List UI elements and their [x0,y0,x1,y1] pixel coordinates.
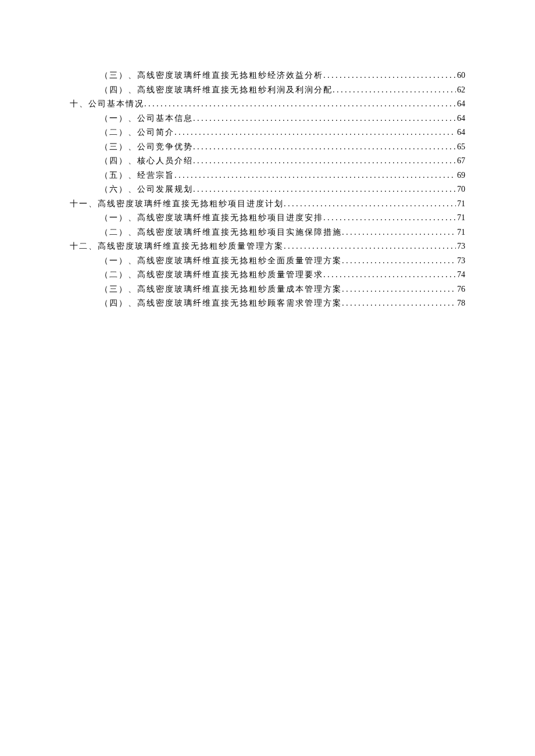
toc-entry: （四）、高线密度玻璃纤维直接无捻粗纱顾客需求管理方案 78 [70,296,465,311]
toc-entry: （三）、公司竞争优势 65 [70,140,465,155]
toc-leader [342,225,456,240]
toc-entry: （二）、高线密度玻璃纤维直接无捻粗纱质量管理要求 74 [70,268,465,282]
toc-title: （三）、高线密度玻璃纤维直接无捻粗纱经济效益分析 [100,69,323,83]
toc-leader [333,83,456,98]
toc-leader [193,112,456,126]
toc-page: 69 [456,169,465,183]
toc-page: 70 [456,182,465,197]
toc-title: （二）、高线密度玻璃纤维直接无捻粗纱质量管理要求 [100,268,323,282]
toc-leader [342,282,456,297]
toc-entry: 十二、高线密度玻璃纤维直接无捻粗纱质量管理方案 73 [70,239,465,254]
toc-page: 73 [456,254,465,268]
toc-page: 65 [456,140,465,155]
toc-entry: （一）、高线密度玻璃纤维直接无捻粗纱项目进度安排 71 [70,211,465,225]
toc-leader [193,140,456,155]
toc-page: 71 [456,225,465,240]
toc-title: 十二、高线密度玻璃纤维直接无捻粗纱质量管理方案 [70,239,284,254]
toc-leader [342,254,456,268]
toc-page: 76 [456,282,465,297]
toc-leader [193,154,456,169]
toc-page: 78 [456,296,465,311]
toc-title: （一）、高线密度玻璃纤维直接无捻粗纱全面质量管理方案 [100,254,342,268]
toc-entry: （二）、公司简介 64 [70,126,465,140]
toc-page: 71 [456,197,465,212]
toc-entry: （三）、高线密度玻璃纤维直接无捻粗纱经济效益分析 60 [70,69,465,83]
toc-title: （一）、公司基本信息 [100,112,193,126]
toc-entry: （一）、高线密度玻璃纤维直接无捻粗纱全面质量管理方案 73 [70,254,465,268]
toc-entry: （四）、核心人员介绍 67 [70,154,465,169]
toc-title: （五）、经营宗旨 [100,169,174,183]
toc-title: （三）、公司竞争优势 [100,140,193,155]
toc-page: 60 [456,69,465,83]
toc-title: （四）、核心人员介绍 [100,154,193,169]
toc-page: 62 [456,83,465,98]
toc-entry: （三）、高线密度玻璃纤维直接无捻粗纱质量成本管理方案 76 [70,282,465,297]
toc-leader [174,169,456,183]
toc-leader [284,239,456,254]
toc-leader [323,69,456,83]
toc-title: （四）、高线密度玻璃纤维直接无捻粗纱利润及利润分配 [100,83,333,98]
toc-title: （二）、高线密度玻璃纤维直接无捻粗纱项目实施保障措施 [100,225,342,240]
toc-entry: （四）、高线密度玻璃纤维直接无捻粗纱利润及利润分配 62 [70,83,465,98]
toc-leader [174,126,456,140]
toc-title: 十、公司基本情况 [70,97,144,112]
toc-page: 71 [456,211,465,225]
toc-page: 74 [456,268,465,282]
toc-page: 67 [456,154,465,169]
toc-page: 73 [456,239,465,254]
toc-entry: 十一、高线密度玻璃纤维直接无捻粗纱项目进度计划 71 [70,197,465,212]
toc-entry: （二）、高线密度玻璃纤维直接无捻粗纱项目实施保障措施 71 [70,225,465,240]
toc-leader [323,268,456,282]
toc-leader [323,211,456,225]
toc-page: 64 [456,97,465,112]
toc-entry: （五）、经营宗旨 69 [70,169,465,183]
toc-entry: （一）、公司基本信息 64 [70,112,465,126]
toc-leader [193,182,456,197]
toc-title: （六）、公司发展规划 [100,182,193,197]
toc-title: 十一、高线密度玻璃纤维直接无捻粗纱项目进度计划 [70,197,284,212]
toc-title: （三）、高线密度玻璃纤维直接无捻粗纱质量成本管理方案 [100,282,342,297]
toc-title: （二）、公司简介 [100,126,174,140]
toc-page: 64 [456,126,465,140]
toc-leader [144,97,456,112]
toc-title: （一）、高线密度玻璃纤维直接无捻粗纱项目进度安排 [100,211,323,225]
toc-title: （四）、高线密度玻璃纤维直接无捻粗纱顾客需求管理方案 [100,296,342,311]
toc-leader [284,197,456,212]
toc-entry: （六）、公司发展规划 70 [70,182,465,197]
toc-page: 64 [456,112,465,126]
toc-entry: 十、公司基本情况 64 [70,97,465,112]
table-of-contents: （三）、高线密度玻璃纤维直接无捻粗纱经济效益分析 60 （四）、高线密度玻璃纤维… [70,69,465,311]
toc-leader [342,296,456,311]
